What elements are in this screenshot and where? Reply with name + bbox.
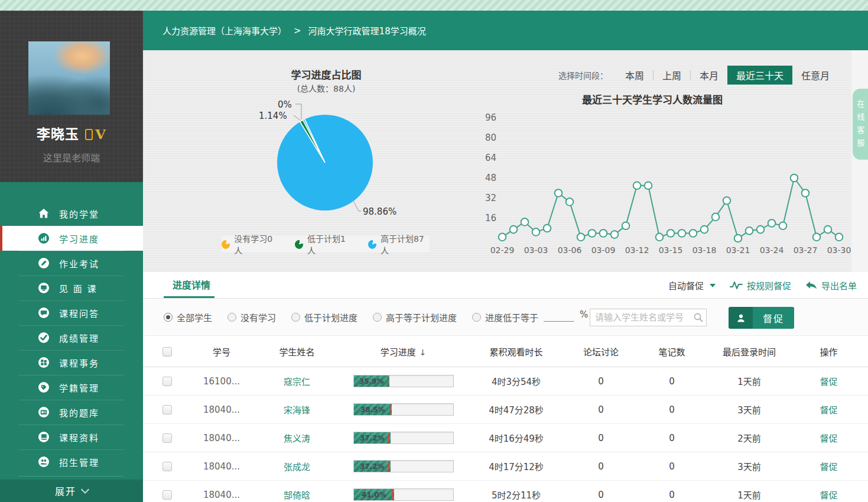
pie-chart-title: 学习进度占比图	[143, 67, 509, 82]
sidebar-item-7[interactable]: 学籍管理	[0, 375, 143, 400]
filter-radio-0[interactable]: 全部学生	[164, 311, 212, 323]
tabs-row: 进度详情 自动督促 按规则督促 导出名单	[143, 272, 868, 299]
students-table: 学号学生姓名学习进度↓累积观看时长论坛讨论笔记数最后登录时间操作 16100..…	[143, 336, 868, 502]
sidebar-item-9[interactable]: 课程资料	[0, 425, 143, 449]
row-checkbox[interactable]	[162, 433, 172, 443]
sidebar-item-label: 课程事务	[59, 357, 99, 369]
legend-item-1[interactable]: 低于计划1人	[295, 232, 352, 256]
sidebar-item-5[interactable]: 成绩管理	[0, 325, 143, 350]
search-input[interactable]	[590, 309, 707, 326]
time-option-1[interactable]: 上周	[654, 66, 690, 85]
notes-count: 0	[635, 490, 709, 500]
sidebar-item-label: 招生管理	[59, 456, 99, 468]
sort-descending-icon[interactable]: ↓	[420, 348, 427, 357]
sidebar-item-1[interactable]: 学习进度	[0, 226, 143, 251]
student-name-link[interactable]: 宋海锋	[252, 403, 342, 416]
sidebar-item-0[interactable]: 我的学堂	[0, 201, 143, 226]
pie-chart	[266, 103, 384, 222]
sidebar-item-label: 学习进度	[59, 232, 99, 245]
svg-text:03-12: 03-12	[625, 245, 649, 255]
percent-blank-input[interactable]	[544, 313, 574, 322]
sidebar-item-8[interactable]: 我的题库	[0, 400, 143, 425]
sidebar-item-10[interactable]: 招生管理	[0, 449, 143, 474]
search-icon[interactable]	[693, 312, 704, 323]
search-box	[590, 309, 707, 326]
export-arrow-icon	[805, 281, 817, 290]
time-option-3[interactable]: 最近三十天	[727, 66, 792, 85]
sidebar-item-label: 作业考试	[59, 257, 99, 270]
sidebar: 李晓玉V 这里是老师端 我的学堂学习进度作业考试见 面 课课程问答成绩管理课程事…	[0, 11, 143, 502]
legend-item-2[interactable]: 高于计划87人	[368, 232, 430, 256]
pie-callout-label-1: 1.14%	[259, 111, 287, 121]
sidebar-item-label: 课程资料	[59, 431, 99, 443]
filter-radio-4[interactable]: 进度低于等于%	[472, 311, 588, 323]
tab-underline	[164, 296, 214, 298]
tab-progress-detail[interactable]: 进度详情	[173, 272, 210, 299]
sidebar-item-6[interactable]: 课程事务	[0, 350, 143, 375]
time-option-4[interactable]: 任意月	[792, 66, 838, 85]
main-content: 学习进度占比图 (总人数：88人) 0% 1.14% 98.86% 没有学习0人…	[143, 50, 868, 502]
supervise-link[interactable]: 督促	[789, 375, 868, 387]
sidebar-item-3[interactable]: 见 面 课	[0, 276, 143, 300]
progress-bar: 38.5%	[353, 403, 454, 416]
last-login: 3天前	[709, 403, 789, 416]
forum-count: 0	[567, 490, 635, 500]
svg-text:03-06: 03-06	[558, 245, 582, 255]
student-name-link[interactable]: 张成龙	[252, 460, 342, 472]
row-checkbox[interactable]	[162, 377, 172, 386]
course-affairs-icon	[38, 357, 50, 368]
supervise-link[interactable]: 督促	[789, 432, 868, 444]
progress-cell: 38.5%	[342, 403, 465, 416]
filter-radio-2[interactable]: 低于计划进度	[291, 311, 357, 323]
time-option-2[interactable]: 本月	[691, 66, 727, 85]
time-option-0[interactable]: 本周	[616, 66, 653, 85]
student-name-link[interactable]: 寇宗仁	[252, 375, 342, 387]
table-row: 16100...寇宗仁35.9%4时3分54秒001天前督促	[143, 367, 868, 396]
progress-value: 37.2%	[360, 462, 385, 471]
row-checkbox[interactable]	[162, 405, 172, 414]
export-list-button[interactable]: 导出名单	[805, 279, 857, 292]
homework-exam-icon	[38, 257, 50, 269]
svg-text:16: 16	[485, 213, 496, 224]
student-name-link[interactable]: 郜倚晗	[252, 488, 342, 501]
sidebar-item-4[interactable]: 课程问答	[0, 300, 143, 325]
online-service-tab[interactable]: 在线客服	[853, 89, 868, 160]
table-row: 18040...焦义涛37.2%4时16分49秒002天前督促	[143, 424, 868, 452]
legend-label: 低于计划1人	[307, 232, 352, 256]
student-id: 18040...	[191, 404, 252, 415]
progress-marker	[392, 490, 393, 500]
row-checkbox[interactable]	[162, 490, 172, 500]
legend-item-0[interactable]: 没有学习0人	[222, 232, 278, 256]
column-header-2[interactable]: 学习进度↓	[342, 345, 465, 358]
filter-radio-3[interactable]: 高于等于计划进度	[373, 311, 457, 323]
supervise-by-rule-button[interactable]: 按规则督促	[730, 279, 791, 292]
filter-label: 高于等于计划进度	[386, 311, 457, 323]
student-id: 16100...	[191, 376, 252, 387]
student-name-link[interactable]: 焦义涛	[252, 432, 342, 444]
caret-down-icon	[710, 284, 716, 287]
filter-radio-1[interactable]: 没有学习	[227, 311, 276, 323]
auto-supervise-dropdown[interactable]: 自动督促	[668, 279, 716, 292]
progress-bar: 37.2%	[353, 432, 454, 444]
select-all-checkbox[interactable]	[162, 347, 172, 357]
breadcrumb-course[interactable]: 人力资源管理（上海海事大学）	[162, 24, 287, 37]
supervise-link[interactable]: 督促	[789, 403, 868, 416]
row-checkbox[interactable]	[162, 462, 172, 471]
person-icon	[729, 307, 753, 329]
svg-text:48: 48	[485, 173, 496, 183]
supervise-link[interactable]: 督促	[789, 460, 868, 472]
notes-count: 0	[635, 404, 709, 415]
supervise-button[interactable]: 督促	[729, 307, 794, 329]
topbar: 人力资源管理（上海海事大学） > 河南大学行政管理18学习概况	[143, 11, 868, 50]
svg-text:03-27: 03-27	[794, 245, 818, 255]
breadcrumb-separator: >	[294, 25, 301, 36]
supervise-link[interactable]: 督促	[789, 488, 868, 501]
question-bank-icon	[38, 406, 50, 418]
profile-subtitle: 这里是老师端	[0, 150, 143, 164]
sidebar-item-2[interactable]: 作业考试	[0, 251, 143, 276]
progress-cell: 37.2%	[342, 432, 465, 444]
expand-button[interactable]: 展开	[0, 480, 143, 502]
table-row: 18040...宋海锋38.5%4时47分28秒003天前督促	[143, 396, 868, 424]
row-select-cell	[143, 462, 191, 471]
detail-section: 进度详情 自动督促 按规则督促 导出名单 全部学生没有学习低于计划进度高于等于计…	[143, 272, 868, 502]
